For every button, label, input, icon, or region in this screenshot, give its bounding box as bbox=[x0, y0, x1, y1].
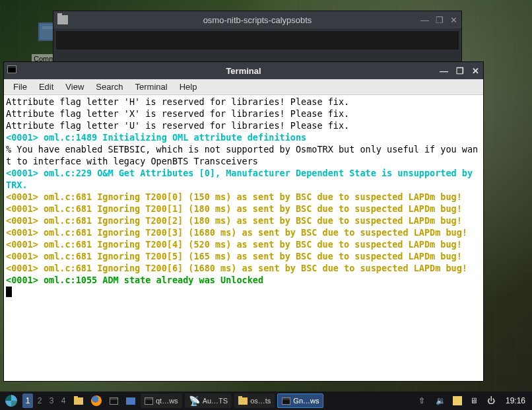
arrow-up-icon: ⇧ bbox=[418, 396, 428, 405]
tray-notes-icon[interactable] bbox=[450, 393, 465, 408]
folder-icon bbox=[238, 397, 248, 405]
terminal-line: <0001> oml.c:229 O&M Get Attributes [0],… bbox=[6, 167, 481, 191]
display-icon: 🖥 bbox=[470, 396, 479, 405]
terminal-icon bbox=[145, 397, 153, 405]
terminal-line: % You have enabled SETBSIC, which is not… bbox=[6, 143, 481, 167]
minimize-button[interactable]: — bbox=[440, 66, 448, 76]
workspace-4[interactable]: 4 bbox=[58, 393, 69, 408]
terminal-output[interactable]: Attribute flag letter 'H' is reserved fo… bbox=[4, 95, 483, 381]
taskbar: 1234 qt…ws📡Au…TSos…tsGn…ws ⇧ 🔉 🖥 ⏻ 19:16 bbox=[0, 392, 532, 410]
folder-icon bbox=[74, 397, 83, 405]
workspace-2[interactable]: 2 bbox=[34, 393, 45, 408]
desktop-icon bbox=[126, 397, 135, 405]
taskbar-task[interactable]: os…ts bbox=[234, 393, 275, 408]
workspace-1[interactable]: 1 bbox=[22, 393, 33, 408]
menu-edit[interactable]: Edit bbox=[34, 81, 59, 93]
task-label: Au…TS bbox=[203, 397, 228, 405]
terminal-icon bbox=[110, 397, 118, 405]
maximize-button[interactable]: ❐ bbox=[456, 66, 464, 76]
menu-help[interactable]: Help bbox=[174, 81, 203, 93]
start-menu-button[interactable] bbox=[3, 393, 20, 408]
terminal-window: Terminal — ❐ ✕ FileEditViewSearchTermina… bbox=[3, 61, 484, 382]
notes-icon bbox=[453, 396, 462, 405]
power-icon: ⏻ bbox=[487, 396, 496, 405]
firefox-launcher[interactable] bbox=[88, 393, 104, 408]
taskbar-task[interactable]: qt…ws bbox=[141, 393, 182, 408]
workspace-3[interactable]: 3 bbox=[46, 393, 57, 408]
terminal-titlebar[interactable]: Terminal — ❐ ✕ bbox=[4, 62, 483, 79]
minimize-button[interactable]: — bbox=[420, 15, 429, 25]
terminal-line: <0001> oml.c:681 Ignoring T200[3] (1680 … bbox=[6, 226, 481, 238]
menu-search[interactable]: Search bbox=[90, 81, 128, 93]
speaker-icon: 🔉 bbox=[436, 396, 445, 405]
maximize-button[interactable]: ❐ bbox=[436, 15, 444, 25]
close-button[interactable]: ✕ bbox=[450, 15, 457, 25]
tray-display-icon[interactable]: 🖥 bbox=[467, 393, 482, 408]
antenna-icon: 📡 bbox=[189, 395, 200, 406]
taskbar-task[interactable]: Gn…ws bbox=[277, 393, 323, 408]
terminal-line: <0001> oml.c:681 Ignoring T200[1] (180 m… bbox=[6, 203, 481, 215]
menu-terminal[interactable]: Terminal bbox=[130, 81, 173, 93]
terminal-launcher[interactable] bbox=[107, 393, 121, 408]
filemanager-toolbar bbox=[56, 31, 459, 50]
taskbar-task[interactable]: 📡Au…TS bbox=[185, 393, 232, 408]
menu-file[interactable]: File bbox=[8, 81, 32, 93]
distro-logo-icon bbox=[5, 395, 17, 407]
show-desktop-button[interactable] bbox=[123, 393, 138, 408]
terminal-line: Attribute flag letter 'U' is reserved fo… bbox=[6, 120, 481, 131]
terminal-line: <0001> oml.c:1489 Initializing OML attri… bbox=[6, 131, 481, 143]
terminal-line: Attribute flag letter 'H' is reserved fo… bbox=[6, 96, 481, 108]
close-button[interactable]: ✕ bbox=[472, 66, 479, 76]
terminal-line: <0001> oml.c:681 Ignoring T200[0] (150 m… bbox=[6, 191, 481, 203]
terminal-line: <0001> oml.c:1055 ADM state already was … bbox=[6, 274, 481, 286]
filemanager-launcher[interactable] bbox=[71, 393, 86, 408]
terminal-menubar: FileEditViewSearchTerminalHelp bbox=[4, 79, 483, 95]
tray-power-icon[interactable]: ⏻ bbox=[484, 393, 499, 408]
filemanager-titlebar[interactable]: osmo-nitb-scripts-calypsobts — ❐ ✕ bbox=[53, 11, 461, 28]
task-label: qt…ws bbox=[156, 397, 178, 405]
taskbar-clock[interactable]: 19:16 bbox=[502, 396, 529, 405]
menu-view[interactable]: View bbox=[60, 81, 89, 93]
terminal-cursor bbox=[6, 287, 12, 297]
terminal-title: Terminal bbox=[226, 66, 261, 76]
terminal-line: Attribute flag letter 'X' is reserved fo… bbox=[6, 108, 481, 120]
task-label: Gn…ws bbox=[293, 397, 319, 405]
folder-icon bbox=[57, 15, 68, 24]
filemanager-window: osmo-nitb-scripts-calypsobts — ❐ ✕ bbox=[53, 11, 462, 67]
terminal-icon bbox=[282, 397, 290, 405]
tray-volume-icon[interactable]: 🔉 bbox=[433, 393, 448, 408]
task-label: os…ts bbox=[250, 397, 271, 405]
terminal-line: <0001> oml.c:681 Ignoring T200[4] (520 m… bbox=[6, 238, 481, 250]
firefox-icon bbox=[91, 395, 102, 406]
tray-updates-icon[interactable]: ⇧ bbox=[416, 393, 430, 408]
terminal-line: <0001> oml.c:681 Ignoring T200[6] (1680 … bbox=[6, 262, 481, 274]
terminal-line: <0001> oml.c:681 Ignoring T200[2] (180 m… bbox=[6, 215, 481, 226]
terminal-line: <0001> oml.c:681 Ignoring T200[5] (165 m… bbox=[6, 250, 481, 262]
filemanager-title: osmo-nitb-scripts-calypsobts bbox=[203, 15, 312, 25]
terminal-icon bbox=[7, 65, 17, 73]
